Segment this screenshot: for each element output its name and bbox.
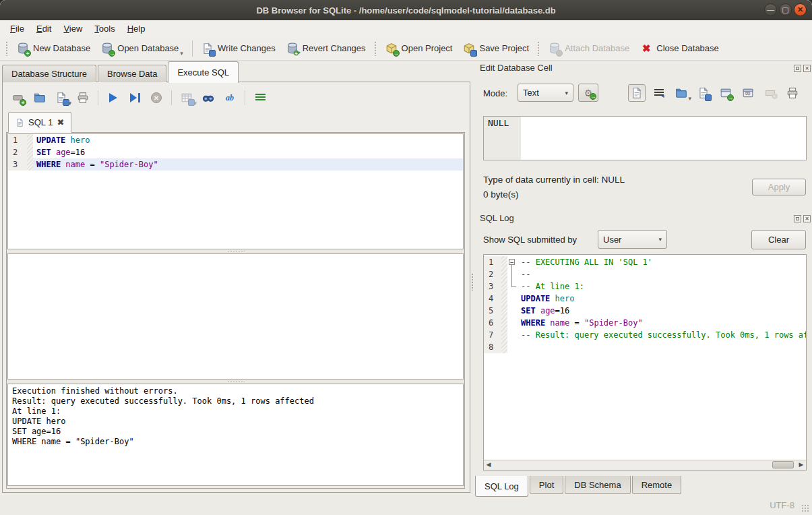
auto-apply-button[interactable]: ⚙→	[578, 84, 598, 102]
dropdown-arrow-icon: ▾	[688, 95, 691, 103]
toolbar-handle[interactable]	[374, 41, 377, 56]
code-line[interactable]: 3-- At line 1:	[484, 280, 806, 293]
open-database-button[interactable]: → Open Database ▾	[96, 39, 189, 58]
code-line[interactable]: 6WHERE name = "Spider-Boy"	[484, 317, 806, 329]
fold-margin[interactable]	[507, 317, 518, 329]
execution-message-pane[interactable]: Execution finished without errors.Result…	[7, 384, 464, 486]
save-project-button[interactable]: Save Project	[458, 39, 534, 58]
fold-margin[interactable]	[507, 305, 518, 317]
fold-margin[interactable]: −	[507, 256, 518, 268]
save-results-icon	[181, 92, 193, 104]
code-line[interactable]: 2--	[484, 268, 806, 280]
scrollbar-thumb[interactable]	[772, 461, 794, 468]
dropdown-arrow-icon[interactable]: ▾	[68, 100, 71, 108]
print-button[interactable]	[74, 89, 92, 107]
apply-button[interactable]: Apply	[752, 179, 806, 195]
close-panel-icon[interactable]: ✕	[803, 65, 811, 72]
find-button[interactable]	[199, 89, 217, 107]
export-icon: →	[720, 87, 732, 99]
word-wrap-button[interactable]	[650, 84, 668, 102]
toolbar-handle[interactable]	[537, 41, 540, 56]
minimize-icon[interactable]: —	[764, 3, 777, 16]
attach-database-button[interactable]: Attach Database	[543, 39, 635, 58]
link-button[interactable]: ∞	[739, 84, 757, 102]
menu-view[interactable]: View	[57, 22, 88, 35]
replace-button[interactable]: ab	[221, 89, 239, 107]
print-cell-button[interactable]	[784, 84, 801, 102]
menu-tools[interactable]: Tools	[88, 22, 121, 35]
menu-file[interactable]: File	[4, 22, 30, 35]
new-sql-tab-button[interactable]: +	[9, 89, 27, 107]
open-sql-file-button[interactable]	[31, 89, 49, 107]
mode-select[interactable]: Text▾	[518, 84, 573, 102]
stop-button[interactable]: ✕	[148, 89, 165, 107]
tab-remote[interactable]: Remote	[632, 476, 682, 494]
sql-editor[interactable]: 1UPDATE hero2SET age=163WHERE name = "Sp…	[7, 133, 464, 249]
revert-changes-button[interactable]: ⟳ Revert Changes	[281, 39, 371, 58]
message-line: Result: query executed successfully. Too…	[12, 396, 459, 406]
save-as-button[interactable]	[695, 84, 712, 102]
write-changes-button[interactable]: Write Changes	[196, 39, 281, 58]
open-project-button[interactable]: → Open Project	[380, 39, 458, 58]
fold-margin[interactable]	[507, 329, 518, 341]
set-null-button[interactable]	[761, 84, 779, 102]
word-wrap-icon	[654, 89, 664, 97]
scroll-left-icon[interactable]: ◀	[484, 460, 493, 469]
execute-all-button[interactable]	[104, 89, 122, 107]
maximize-icon[interactable]: ▢	[779, 3, 792, 16]
code-line[interactable]: 7-- Result: query executed successfully.…	[484, 329, 806, 341]
clear-log-button[interactable]: Clear	[751, 230, 806, 249]
status-bar: UTF-8	[0, 496, 812, 515]
editor-results-splitter[interactable]	[7, 249, 464, 253]
results-grid-pane[interactable]	[7, 253, 464, 380]
fold-margin[interactable]	[507, 280, 518, 293]
menu-edit[interactable]: Edit	[30, 22, 57, 35]
code-line[interactable]: 1−-- EXECUTING ALL IN 'SQL 1'	[484, 256, 806, 268]
resize-grip[interactable]	[801, 504, 809, 512]
save-as-icon	[697, 87, 710, 99]
close-tab-icon[interactable]: ✖	[57, 118, 64, 127]
line-number: 4	[484, 293, 501, 305]
tab-sql-log[interactable]: SQL Log	[475, 476, 528, 497]
sql-file-tab[interactable]: SQL 1 ✖	[8, 112, 71, 133]
close-icon[interactable]: ✕	[794, 3, 807, 16]
log-filter-select[interactable]: User▾	[598, 230, 667, 249]
tab-plot[interactable]: Plot	[530, 476, 563, 494]
fold-margin[interactable]	[507, 268, 518, 280]
fold-margin[interactable]	[507, 341, 518, 353]
code-line[interactable]: 4UPDATE hero	[484, 293, 806, 305]
save-results-button[interactable]: ▾	[178, 89, 195, 107]
panel-splitter[interactable]	[471, 273, 474, 291]
code-line[interactable]: 5SET age=16	[484, 305, 806, 317]
execute-current-line-button[interactable]	[126, 89, 144, 107]
cell-value-editor[interactable]: NULL	[483, 116, 807, 160]
tab-execute-sql[interactable]: Execute SQL	[168, 61, 239, 83]
sql-log-view[interactable]: 1−-- EXECUTING ALL IN 'SQL 1'2--3-- At l…	[483, 254, 807, 471]
code-line[interactable]: 8	[484, 341, 806, 353]
format-sql-button[interactable]	[251, 89, 269, 107]
toolbar-handle[interactable]	[5, 41, 9, 56]
code-line[interactable]: 1UPDATE hero	[8, 134, 463, 146]
tab-db-schema[interactable]: DB Schema	[565, 476, 630, 494]
fold-margin[interactable]	[507, 293, 518, 305]
float-panel-icon[interactable]	[794, 215, 801, 222]
code-line[interactable]: 2SET age=16	[8, 146, 463, 158]
dropdown-arrow-icon[interactable]: ▾	[180, 50, 183, 58]
new-database-button[interactable]: + New Database	[11, 39, 96, 58]
import-data-button[interactable]: ▾	[673, 84, 690, 102]
save-sql-file-button[interactable]: ▾	[53, 89, 70, 107]
close-database-button[interactable]: ✖ Close Database	[635, 39, 724, 58]
execute-current-line-icon	[130, 93, 137, 102]
code-line[interactable]: 3WHERE name = "Spider-Boy"	[8, 158, 463, 171]
tab-database-structure[interactable]: Database Structure	[2, 65, 96, 82]
scroll-right-icon[interactable]: ▶	[797, 460, 806, 469]
tab-browse-data[interactable]: Browse Data	[98, 65, 166, 82]
titlebar[interactable]: DB Browser for SQLite - /home/user/code/…	[0, 0, 812, 21]
export-button[interactable]: →	[717, 84, 735, 102]
message-line: Execution finished without errors.	[12, 386, 459, 396]
close-panel-icon[interactable]: ✕	[803, 215, 811, 222]
menu-help[interactable]: Help	[121, 22, 152, 35]
log-horizontal-scrollbar[interactable]: ◀ ▶	[484, 460, 806, 470]
float-panel-icon[interactable]	[794, 65, 801, 72]
text-mode-button[interactable]	[628, 84, 646, 102]
